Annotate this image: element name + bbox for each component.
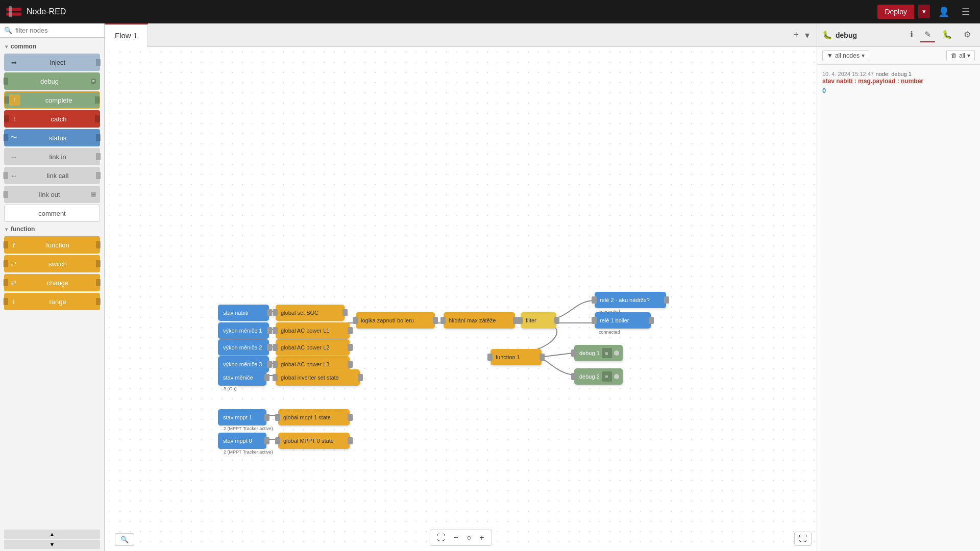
link-call-port-right xyxy=(96,172,101,179)
global-ac-l1-label: global AC power L1 xyxy=(281,328,329,334)
node-catch[interactable]: ! catch xyxy=(4,110,100,128)
node-status[interactable]: 〜 status xyxy=(4,129,100,146)
canvas-node-global-mppt1[interactable]: global mppt 1 state xyxy=(278,409,350,425)
canvas-area: Flow 1 + ▾ xyxy=(105,23,817,551)
node-comment-label: comment xyxy=(9,210,95,217)
stav-nabiti-label: stav nabiti xyxy=(223,310,249,316)
debug-bugs-tab[interactable]: 🐛 xyxy=(938,28,957,42)
search-icon: 🔍 xyxy=(4,27,12,34)
node-change[interactable]: ⇄ change xyxy=(4,274,100,291)
main-layout: 🔍 ▾ common ➡ inject debug ≡ ! c xyxy=(0,23,980,551)
filter-nodes-bar: 🔍 xyxy=(0,23,104,38)
deploy-button[interactable]: Deploy xyxy=(877,5,914,19)
node-complete-label: complete xyxy=(22,96,95,104)
scroll-down-button[interactable]: ▼ xyxy=(4,540,100,549)
node-link-out[interactable]: link out → xyxy=(4,186,100,203)
deploy-dropdown-button[interactable]: ▾ xyxy=(918,5,930,18)
node-link-in[interactable]: → link in xyxy=(4,148,100,165)
debug-timestamp: 10. 4. 2024 15:12:47 xyxy=(822,71,874,77)
debug-filter-label: all nodes xyxy=(835,52,860,59)
flow-canvas[interactable]: stav nabiti 79 global set SOC výkon měni… xyxy=(105,47,817,551)
canvas-node-global-mppt0[interactable]: global MPPT 0 state xyxy=(278,433,350,449)
canvas-node-global-ac-l1[interactable]: global AC power L1 xyxy=(276,322,350,339)
canvas-node-stav-menite[interactable]: stav měniče 3 (On) xyxy=(218,369,266,386)
global-mppt0-label: global MPPT 0 state xyxy=(283,438,334,444)
tab-flow1-label: Flow 1 xyxy=(115,31,137,40)
debug-settings-tab[interactable]: ⚙ xyxy=(960,28,975,42)
canvas-node-vykon-menite-1[interactable]: výkon měniče 1 555 xyxy=(218,322,269,339)
zoom-in-button[interactable]: + xyxy=(476,532,487,543)
global-ac-l2-label: global AC power L2 xyxy=(281,344,329,350)
debug-info-tab[interactable]: ℹ xyxy=(906,28,917,42)
canvas-node-global-inverter[interactable]: global inverter set state xyxy=(276,369,360,386)
node-complete[interactable]: ! complete xyxy=(4,91,100,109)
canvas-node-debug2[interactable]: debug 2 ≡ xyxy=(574,368,623,385)
add-tab-button[interactable]: + xyxy=(791,28,801,42)
stav-mppt1-port-r xyxy=(264,414,270,421)
node-inject-label: inject xyxy=(19,59,96,66)
canvas-node-stav-mppt1[interactable]: stav mppt 1 2 (MPPT Tracker active) xyxy=(218,409,266,425)
canvas-search-bar: 🔍 xyxy=(115,533,134,546)
category-function-chevron: ▾ xyxy=(5,227,8,232)
canvas-node-logika[interactable]: logika zapnutí boileru xyxy=(356,312,435,329)
range-port-right xyxy=(96,298,101,305)
filter-chevron: ▾ xyxy=(862,52,865,59)
node-status-label: status xyxy=(19,134,96,142)
fit-view-button[interactable]: ⛶ xyxy=(434,532,448,543)
canvas-node-stav-nabiti[interactable]: stav nabiti 79 xyxy=(218,305,269,321)
catch-port-left xyxy=(4,115,9,122)
menu-button[interactable]: ☰ xyxy=(958,4,974,19)
debug2-dot xyxy=(614,374,619,379)
svg-rect-2 xyxy=(9,6,12,17)
tab-flow1[interactable]: Flow 1 xyxy=(105,23,148,47)
node-switch[interactable]: ⇄ switch xyxy=(4,255,100,272)
zoom-reset-button[interactable]: ○ xyxy=(463,532,475,543)
debug-messages-list: 10. 4. 2024 15:12:47 node: debug 1 stav … xyxy=(817,65,980,551)
zoom-out-button[interactable]: − xyxy=(450,532,461,543)
canvas-node-stav-mppt0[interactable]: stav mppt 0 2 (MPPT Tracker active) xyxy=(218,433,266,449)
vykon-menite-1-label: výkon měniče 1 xyxy=(223,328,262,334)
tab-menu-button[interactable]: ▾ xyxy=(803,28,812,43)
canvas-node-filter[interactable]: filter xyxy=(521,312,556,329)
function1-label: function 1 xyxy=(496,354,520,360)
node-debug[interactable]: debug ≡ xyxy=(4,72,100,90)
user-icon-button[interactable]: 👤 xyxy=(934,4,953,19)
filter-port-l xyxy=(518,317,523,324)
canvas-node-vykon-menite-2[interactable]: výkon měniče 2 xyxy=(218,339,269,356)
debug-clear-all[interactable]: 🗑 all ▾ xyxy=(946,50,975,61)
node-link-call[interactable]: ↔ link call xyxy=(4,167,100,184)
switch-icon: ⇄ xyxy=(8,258,19,269)
stav-menite-port-r xyxy=(264,374,270,381)
stav-menite-label: stav měniče xyxy=(223,374,253,381)
node-inject[interactable]: ➡ inject xyxy=(4,54,100,71)
debug2-port-l xyxy=(571,373,576,380)
node-comment[interactable]: comment xyxy=(4,205,100,222)
debug2-label: debug 2 xyxy=(579,373,600,380)
node-range[interactable]: i range xyxy=(4,293,100,310)
filter-nodes-input[interactable] xyxy=(15,27,100,34)
palette-scroll-controls: ▲ ▼ xyxy=(0,528,104,551)
debug-panel: 🐛 debug ℹ ✎ 🐛 ⚙ ▼ all nodes ▾ 🗑 all ▾ xyxy=(817,23,980,551)
category-function[interactable]: ▾ function xyxy=(0,223,104,235)
hlidani-port-l xyxy=(440,317,446,324)
global-mppt1-port-l xyxy=(275,414,280,421)
canvas-node-debug1[interactable]: debug 1 ≡ xyxy=(574,345,623,361)
canvas-node-rele1[interactable]: relé 1 boiler connected xyxy=(595,312,651,329)
function1-port-l xyxy=(487,354,493,361)
expand-button[interactable]: ⛶ xyxy=(794,532,812,546)
canvas-node-global-ac-l2[interactable]: global AC power L2 xyxy=(276,339,350,356)
global-ac-l2-port-l xyxy=(273,344,278,351)
scroll-up-button[interactable]: ▲ xyxy=(4,530,100,539)
canvas-node-global-set-soc[interactable]: global set SOC xyxy=(276,305,345,321)
link-out-icon: → xyxy=(91,192,96,197)
debug-filter-all-nodes[interactable]: ▼ all nodes ▾ xyxy=(822,50,869,61)
hlidani-label: hlídání max zátěže xyxy=(449,317,496,323)
category-function-label: function xyxy=(11,226,35,233)
debug-messages-tab[interactable]: ✎ xyxy=(920,28,935,42)
global-ac-l3-port-l xyxy=(273,361,278,368)
canvas-node-rele2[interactable]: relé 2 - aku nádrže? connected xyxy=(595,292,666,308)
category-common[interactable]: ▾ common xyxy=(0,41,104,52)
canvas-node-hlidani[interactable]: hlídání max zátěže xyxy=(444,312,515,329)
node-function[interactable]: f function xyxy=(4,236,100,254)
canvas-node-function1[interactable]: function 1 xyxy=(491,349,542,365)
